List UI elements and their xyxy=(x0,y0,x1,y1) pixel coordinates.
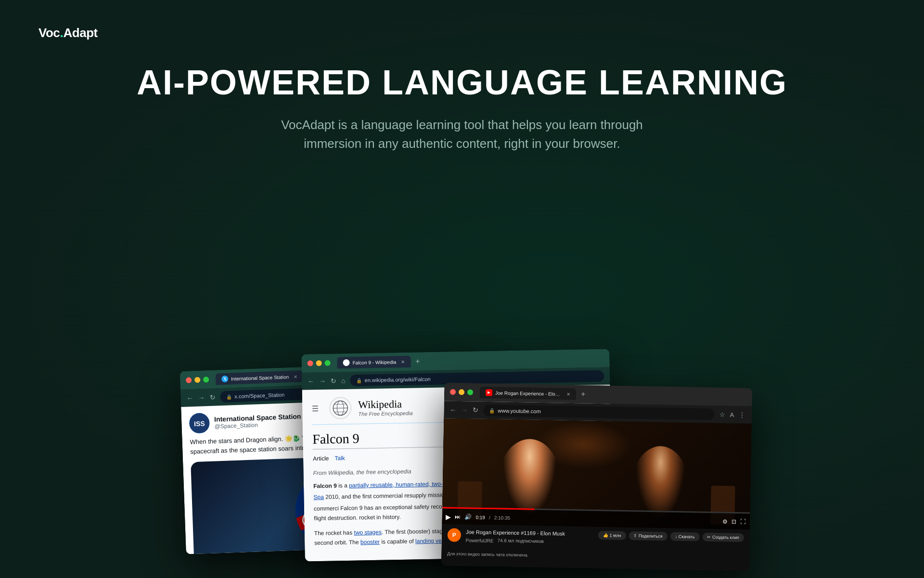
youtube-content: ▶ ⏭ 🔊 0:19 / 2:10:35 ⚙ ⊡ ⛶ P xyxy=(441,418,752,571)
wikipedia-tagline: The Free Encyclopedia xyxy=(358,410,412,417)
skip-button[interactable]: ⏭ xyxy=(455,513,461,520)
back-button[interactable]: ← xyxy=(308,377,314,385)
home-button[interactable]: ⌂ xyxy=(341,377,346,384)
wiki-link-spacex[interactable]: Spa xyxy=(313,494,324,500)
youtube-subscriber-count: 74.6 мл подписчиков xyxy=(497,538,544,544)
youtube-video-metadata: Joe Rogan Experience #1169 - Elon Musk P… xyxy=(466,529,594,545)
back-button[interactable]: ← xyxy=(186,394,193,402)
youtube-clip-button[interactable]: ✂ Создать клип xyxy=(702,533,744,542)
youtube-like-button[interactable]: 👍 1 млн xyxy=(598,531,626,540)
youtube-tab-close[interactable]: ✕ xyxy=(566,391,570,396)
youtube-traffic-lights xyxy=(450,389,473,395)
maximize-button[interactable] xyxy=(203,377,209,382)
youtube-share-button[interactable]: ⇧ Поделиться xyxy=(629,531,667,540)
youtube-video-player[interactable]: ▶ ⏭ 🔊 0:19 / 2:10:35 ⚙ ⊡ ⛶ xyxy=(442,418,752,529)
wikipedia-tab-close[interactable]: ✕ xyxy=(401,359,405,364)
podcast-video-scene: ▶ ⏭ 🔊 0:19 / 2:10:35 ⚙ ⊡ ⛶ xyxy=(442,418,752,529)
youtube-channel-name: PowerfulJRE xyxy=(466,538,494,543)
twitter-active-tab[interactable]: 𝕏 International Space Station ✕ xyxy=(216,370,304,385)
controls-spacer xyxy=(514,517,719,520)
wikipedia-active-tab[interactable]: W Falcon 9 - Wikipedia ✕ xyxy=(337,356,411,369)
new-tab-button[interactable]: + xyxy=(412,357,423,366)
lock-icon: 🔒 xyxy=(356,378,362,383)
wikipedia-tabs-row: W Falcon 9 - Wikipedia ✕ + xyxy=(337,353,603,369)
wikipedia-globe-logo xyxy=(329,397,352,420)
wikipedia-traffic-lights xyxy=(308,360,331,367)
lock-icon: 🔒 xyxy=(489,408,495,413)
play-button[interactable]: ▶ xyxy=(446,513,451,521)
new-tab-button[interactable]: + xyxy=(578,390,589,398)
reload-button[interactable]: ↻ xyxy=(209,393,216,401)
forward-button[interactable]: → xyxy=(198,394,205,401)
wikipedia-tab-label: Falcon 9 - Wikipedia xyxy=(353,359,397,366)
youtube-channel-row: PowerfulJRE 74.6 мл подписчиков xyxy=(466,537,593,545)
forward-button[interactable]: → xyxy=(461,406,468,414)
wikipedia-tab-talk[interactable]: Talk xyxy=(334,453,351,464)
volume-button[interactable]: 🔊 xyxy=(464,514,472,521)
logo: Voc.Adapt xyxy=(38,25,98,40)
youtube-channel-avatar: P xyxy=(448,528,461,542)
youtube-active-tab[interactable]: ▶ Joe Rogan Experience - Elon Musk ✕ xyxy=(480,387,576,400)
youtube-action-buttons: 👍 1 млн ⇧ Поделиться ↓ Скачать ✂ Создать… xyxy=(598,531,744,542)
twitter-avatar: ISS xyxy=(189,413,210,434)
bookmark-icon[interactable]: ☆ xyxy=(719,411,725,418)
logo-dot: . xyxy=(60,25,63,40)
reload-button[interactable]: ↻ xyxy=(473,406,478,414)
wikipedia-tab-article[interactable]: Article xyxy=(313,453,335,464)
svg-text:ISS: ISS xyxy=(194,420,205,428)
back-button[interactable]: ← xyxy=(449,406,456,414)
minimize-button[interactable] xyxy=(459,389,464,395)
lock-icon: 🔒 xyxy=(226,394,231,399)
close-button[interactable] xyxy=(308,360,313,366)
maximize-button[interactable] xyxy=(467,389,473,395)
youtube-chat-text: Для этого видео запись чата отключена. xyxy=(447,551,528,557)
menu-button[interactable]: ⋮ xyxy=(739,411,746,419)
reload-button[interactable]: ↻ xyxy=(331,377,336,384)
wikipedia-site-name: Wikipedia xyxy=(358,398,413,411)
youtube-address-bar[interactable]: 🔒 www.youtube.com xyxy=(483,405,715,420)
fullscreen-button[interactable]: ⛶ xyxy=(740,519,746,525)
twitter-tab-label: International Space Station xyxy=(231,374,289,381)
svg-line-4 xyxy=(333,408,347,408)
article-subject: Falcon 9 xyxy=(313,482,337,489)
close-button[interactable] xyxy=(186,377,192,383)
youtube-tabs-row: ▶ Joe Rogan Experience - Elon Musk ✕ + xyxy=(480,387,746,403)
forward-button[interactable]: → xyxy=(319,377,326,385)
close-button[interactable] xyxy=(450,389,456,395)
hero-section: AI-POWERED LANGUAGE LEARNING VocAdapt is… xyxy=(0,63,924,153)
wikipedia-url: en.wikipedia.org/wiki/Falcon xyxy=(365,376,431,383)
hamburger-icon[interactable]: ☰ xyxy=(312,404,319,413)
logo-part1: Voc xyxy=(38,26,60,40)
wiki-link-booster[interactable]: booster xyxy=(360,539,380,546)
youtube-download-button[interactable]: ↓ Скачать xyxy=(670,532,700,541)
youtube-time-current: 0:19 xyxy=(475,514,485,520)
maximize-button[interactable] xyxy=(325,360,331,366)
theater-mode-button[interactable]: ⊡ xyxy=(732,518,736,525)
youtube-browser-window: ▶ Joe Rogan Experience - Elon Musk ✕ + ←… xyxy=(441,382,753,571)
logo-part2: Adapt xyxy=(64,26,98,40)
wiki-link-stages[interactable]: two stages xyxy=(354,528,382,536)
minimize-button[interactable] xyxy=(316,360,322,366)
settings-icon[interactable]: ⚙ xyxy=(722,518,728,525)
browsers-container: 𝕏 International Space Station ✕ + ← → ↻ … xyxy=(173,337,751,578)
reader-mode-icon[interactable]: A xyxy=(730,411,734,418)
youtube-time-separator: / xyxy=(489,515,490,520)
wikipedia-brand: Wikipedia The Free Encyclopedia xyxy=(358,398,413,417)
twitter-traffic-lights xyxy=(186,377,209,383)
youtube-tab-label: Joe Rogan Experience - Elon Musk xyxy=(495,390,562,396)
twitter-url: x.com/Space_Station xyxy=(234,392,284,399)
youtube-url: www.youtube.com xyxy=(498,407,540,414)
hero-subtitle: VocAdapt is a language learning tool tha… xyxy=(255,116,669,153)
minimize-button[interactable] xyxy=(194,377,200,382)
twitter-tab-close[interactable]: ✕ xyxy=(294,374,297,379)
studio-light xyxy=(535,420,632,470)
youtube-time-total: 2:10:35 xyxy=(494,515,511,521)
hero-title: AI-POWERED LANGUAGE LEARNING xyxy=(0,63,924,102)
